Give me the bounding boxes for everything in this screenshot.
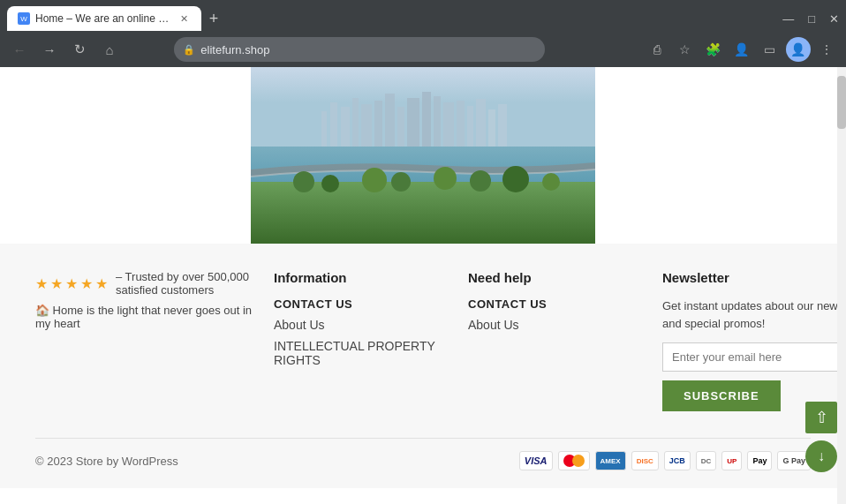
svg-point-24: [434, 167, 457, 190]
footer-col-information: Information CONTACT US About Us INTELLEC…: [274, 270, 450, 411]
discover-icon: DISC: [631, 451, 659, 470]
profile-icon-toolbar[interactable]: 👤: [729, 37, 754, 62]
needhelp-title: Need help: [468, 270, 645, 285]
star-1: ★: [35, 275, 48, 292]
share-icon[interactable]: ⎙: [645, 37, 669, 62]
profile-avatar[interactable]: 👤: [786, 37, 811, 62]
svg-point-23: [391, 172, 411, 192]
intellectual-property-link[interactable]: INTELLECTUAL PROPERTY RIGHTS: [274, 339, 450, 367]
subscribe-button[interactable]: SUBSCRIBE: [662, 380, 781, 411]
maximize-button[interactable]: □: [808, 12, 815, 26]
lock-icon: 🔒: [183, 44, 195, 56]
bookmark-icon[interactable]: ☆: [673, 37, 698, 62]
trust-text: – Trusted by over 500,000 satisfied cust…: [116, 270, 256, 297]
svg-point-20: [293, 171, 314, 192]
star-3: ★: [65, 275, 78, 292]
download-button[interactable]: ↓: [805, 440, 837, 472]
about-us-link-info[interactable]: About Us: [274, 318, 450, 332]
hero-image-inner: [251, 67, 595, 244]
footer: ★ ★ ★ ★ ★ – Trusted by over 500,000 sati…: [0, 244, 846, 488]
page-content: ★ ★ ★ ★ ★ – Trusted by over 500,000 sati…: [0, 67, 846, 504]
star-5: ★: [95, 275, 108, 292]
reload-button[interactable]: ↻: [67, 37, 92, 62]
svg-rect-10: [422, 92, 431, 155]
footer-grid: ★ ★ ★ ★ ★ – Trusted by over 500,000 sati…: [35, 270, 811, 411]
mastercard-icon: [558, 451, 590, 470]
footer-col-newsletter: Newsletter Get instant updates about our…: [662, 270, 846, 411]
tab-favicon: W: [18, 12, 30, 25]
forward-button[interactable]: →: [37, 37, 62, 62]
toolbar-icons: ⎙ ☆ 🧩 👤 ▭ 👤 ⋮: [645, 37, 839, 62]
scrollbar-thumb[interactable]: [837, 76, 846, 129]
star-2: ★: [50, 275, 63, 292]
back-button[interactable]: ←: [7, 37, 32, 62]
contact-us-link-info[interactable]: CONTACT US: [274, 297, 450, 311]
diners-icon: DC: [696, 451, 717, 470]
apple-pay-icon: Pay: [747, 451, 772, 470]
menu-icon[interactable]: ⋮: [814, 37, 839, 62]
tab-close-button[interactable]: ✕: [177, 11, 191, 26]
address-box[interactable]: 🔒 elitefurn.shop: [174, 37, 545, 62]
tab-title: Home – We are an online retai: [35, 12, 171, 25]
hero-image: [251, 67, 595, 244]
footer-col-brand: ★ ★ ★ ★ ★ – Trusted by over 500,000 sati…: [35, 270, 256, 411]
svg-point-27: [542, 173, 560, 191]
star-4: ★: [80, 275, 93, 292]
footer-col-needhelp: Need help CONTACT US About Us: [468, 270, 645, 411]
copyright-text: © 2023 Store by WordPress: [35, 455, 178, 468]
minimize-button[interactable]: —: [782, 12, 794, 26]
home-quote: 🏠 Home is the light that never goes out …: [35, 304, 256, 330]
contact-us-link-help[interactable]: CONTACT US: [468, 297, 645, 311]
window-controls: — □ ✕: [782, 12, 839, 26]
scroll-top-button[interactable]: ⇧: [805, 402, 837, 433]
visa-icon: VISA: [519, 451, 553, 470]
svg-point-22: [362, 168, 387, 192]
svg-rect-11: [434, 96, 441, 155]
svg-point-26: [502, 166, 529, 192]
newsletter-title: Newsletter: [662, 270, 846, 285]
email-input[interactable]: [662, 342, 846, 372]
about-us-link-help[interactable]: About Us: [468, 318, 645, 332]
svg-rect-7: [385, 94, 395, 155]
home-button[interactable]: ⌂: [97, 37, 122, 62]
amex-icon: AMEX: [595, 451, 626, 470]
payment-icons: VISA AMEX DISC JCB DC UP Pay G Pay: [519, 451, 811, 470]
url-text: elitefurn.shop: [200, 43, 269, 56]
extensions-icon[interactable]: 🧩: [701, 37, 726, 62]
footer-bottom: © 2023 Store by WordPress VISA AMEX DISC…: [35, 438, 811, 470]
tab-bar: W Home – We are an online retai ✕ + — □ …: [0, 0, 846, 32]
cast-icon[interactable]: ▭: [758, 37, 782, 62]
information-title: Information: [274, 270, 450, 285]
jcb-icon: JCB: [664, 451, 691, 470]
browser-chrome: W Home – We are an online retai ✕ + — □ …: [0, 0, 846, 67]
browser-tab[interactable]: W Home – We are an online retai ✕: [7, 6, 201, 31]
svg-point-21: [321, 175, 339, 192]
close-button[interactable]: ✕: [829, 12, 839, 26]
unionpay-icon: UP: [721, 451, 742, 470]
address-bar-row: ← → ↻ ⌂ 🔒 elitefurn.shop ⎙ ☆ 🧩 👤 ▭ 👤 ⋮: [0, 32, 846, 67]
svg-point-25: [470, 170, 491, 192]
star-rating: ★ ★ ★ ★ ★ – Trusted by over 500,000 sati…: [35, 270, 256, 297]
new-tab-button[interactable]: +: [201, 6, 226, 31]
scrollbar[interactable]: [837, 67, 846, 504]
newsletter-desc: Get instant updates about our new produc…: [662, 297, 846, 332]
